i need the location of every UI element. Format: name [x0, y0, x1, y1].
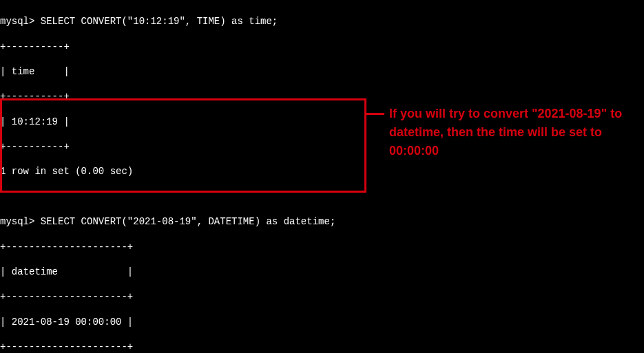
result-header: | datetime |	[0, 266, 644, 278]
terminal-output[interactable]: mysql> SELECT CONVERT("10:12:19", TIME) …	[0, 3, 644, 353]
result-border: +---------------------+	[0, 341, 644, 353]
mysql-prompt: mysql>	[0, 16, 41, 27]
result-border: +---------------------+	[0, 290, 644, 303]
query-line: mysql> SELECT CONVERT("2021-08-19", DATE…	[0, 215, 644, 228]
sql-query: SELECT CONVERT("10:12:19", TIME) as time…	[41, 16, 278, 27]
result-footer: 1 row in set (0.00 sec)	[0, 165, 644, 178]
query-line: mysql> SELECT CONVERT("10:12:19", TIME) …	[0, 15, 644, 28]
result-value: | 2021-08-19 00:00:00 |	[0, 316, 644, 328]
sql-query: SELECT CONVERT("2021-08-19", DATETIME) a…	[41, 216, 335, 227]
result-header: | time |	[0, 65, 644, 78]
mysql-prompt: mysql>	[0, 216, 41, 227]
result-border: +----------+	[0, 41, 644, 53]
annotation-text: If you will try to convert "2021-08-19" …	[389, 105, 630, 160]
annotation-connector	[366, 113, 384, 115]
blank-line	[0, 191, 644, 203]
result-border: +----------+	[0, 90, 644, 103]
result-border: +---------------------+	[0, 241, 644, 253]
